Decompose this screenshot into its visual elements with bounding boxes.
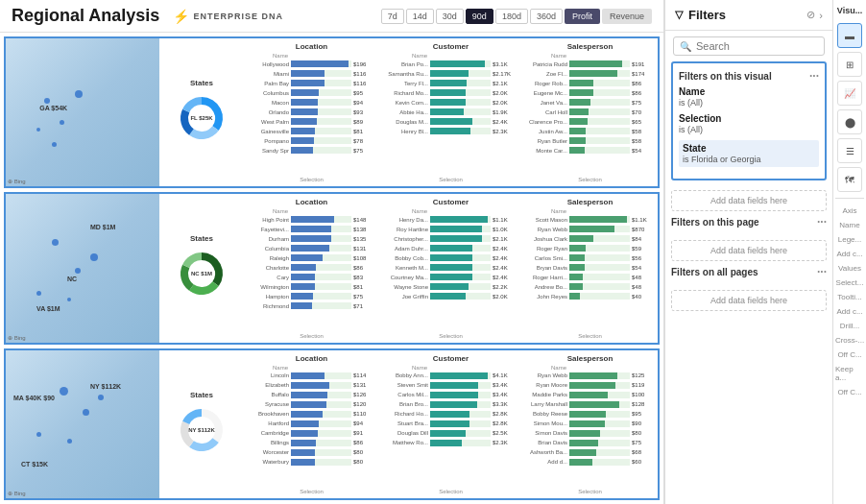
bar-cell-salesperson-row2[interactable]: SalespersonNameScott Mason$1.1KRyan Webb… [522, 194, 658, 342]
axis-name-label: Name [385, 208, 427, 214]
time-btn-7d[interactable]: 7d [381, 9, 404, 24]
filter-selection-item[interactable]: Selection is (All) [679, 113, 819, 134]
map-cell-row1[interactable]: GA $54K⊕ Bing [6, 38, 159, 186]
all-section-menu-icon[interactable]: ··· [817, 265, 827, 278]
visual-icon-bar-chart[interactable]: ▬ [837, 23, 862, 48]
axis-row: Name [524, 365, 656, 371]
add-data-fields-visual[interactable]: Add data fields here [671, 190, 827, 211]
bar-cell-customer-row2[interactable]: CustomerNameHenry Da...$1.1KRoy Hartline… [383, 194, 518, 342]
bar-value: $94 [353, 100, 377, 106]
bar-row-4: Brookhaven$110 [246, 410, 377, 419]
bar-fill [291, 216, 334, 223]
bar-value: $125 [632, 372, 656, 378]
bar-row-2: Buffalo$126 [246, 391, 377, 399]
selection-label: Selection [524, 333, 656, 339]
time-btn-180d[interactable]: 180d [495, 9, 528, 24]
bar-label: Wilmington [246, 284, 289, 290]
donut-cell-row2[interactable]: StatesNC $1M [163, 194, 240, 342]
values-label: Values [838, 264, 861, 273]
search-input[interactable] [696, 40, 818, 52]
report-area: Regional Analysis ⚡ ENTERPRISE DNA 7d 14… [0, 0, 664, 504]
bar-label: Ashworth Ba... [524, 449, 567, 455]
bar-track [430, 254, 491, 261]
axis-name-label: Name [524, 365, 566, 371]
divider [835, 198, 864, 199]
bar-row-0: Ryan Webb$125 [524, 372, 656, 380]
bar-cell-salesperson-row3[interactable]: SalespersonNameRyan Webb$125Ryan Moore$1… [522, 350, 658, 498]
visual-icon-map[interactable]: 🗺 [837, 167, 862, 192]
bar-value: $119 [632, 382, 656, 388]
map-dot [36, 291, 41, 296]
bar-label: Hollywood [246, 61, 289, 67]
revenue-button[interactable]: Revenue [602, 9, 652, 24]
bar-chart-container: Lincoln$114Elizabeth$131Buffalo$126Syrac… [246, 372, 377, 488]
clear-filter-icon[interactable]: ⊘ [806, 9, 815, 21]
donut-cell-row1[interactable]: StatesFL $25K [163, 38, 240, 186]
bar-cell-salesperson-row1[interactable]: SalespersonNamePatricia Rudd$191Zoe Fl..… [522, 38, 658, 186]
chart-title: Salesperson [524, 198, 656, 206]
svg-text:NC $1M: NC $1M [191, 271, 212, 276]
filter-state-item[interactable]: State is Florida or Georgia [679, 140, 819, 167]
visual-icon-line[interactable]: 📈 [837, 81, 862, 106]
section-menu-icon[interactable]: ··· [809, 69, 819, 83]
search-icon: 🔍 [680, 41, 691, 52]
bar-cell-customer-row3[interactable]: CustomerNameBobby Ann...$4.1KSteven Smit… [383, 350, 518, 498]
bar-track [430, 118, 491, 125]
bar-row-3: Columbus$95 [246, 88, 377, 97]
bar-value: $65 [632, 119, 656, 125]
bar-row-8: John Reyes$40 [524, 292, 656, 300]
filter-name-item[interactable]: Name is (All) [679, 86, 819, 108]
time-btn-360d[interactable]: 360d [530, 9, 563, 24]
map-label-0: MA $40K $90 [13, 395, 55, 401]
donut-cell-row3[interactable]: StatesNY $112K [163, 350, 240, 498]
expand-filter-icon[interactable]: › [819, 10, 823, 21]
bar-track [569, 392, 630, 398]
profit-button[interactable]: Profit [565, 9, 600, 24]
bar-row-0: Scott Mason$1.1K [524, 215, 656, 224]
bar-chart-container: Scott Mason$1.1KRyan Webb$870Joshua Clar… [524, 215, 656, 331]
visual-icon-pie[interactable]: ⬤ [837, 109, 862, 134]
bar-label: Macon [246, 100, 289, 106]
time-btn-90d[interactable]: 90d [466, 9, 493, 24]
bar-label: Bobby Cob... [385, 255, 428, 261]
bar-value: $2.4K [493, 119, 517, 125]
bar-cell-location-row1[interactable]: LocationNameHollywood$196Miami$116Palm B… [244, 38, 379, 186]
donut-segment-1 [189, 126, 219, 139]
bar-fill [569, 89, 593, 96]
selection-label: Selection [524, 489, 656, 494]
bar-cell-customer-row1[interactable]: CustomerNameBrian Po...$3.1KSamantha Ru.… [383, 38, 518, 186]
bar-label: Brookhaven [246, 411, 289, 417]
add-data-fields-page[interactable]: Add data fields here [671, 240, 827, 261]
bar-chart-container: Brian Po...$3.1KSamantha Ru...$2.17KTerr… [385, 60, 517, 176]
add-data-fields-all[interactable]: Add data fields here [671, 290, 827, 311]
bar-track [430, 293, 491, 300]
bar-fill [430, 430, 466, 437]
time-btn-30d[interactable]: 30d [436, 9, 464, 24]
bar-label: Richard Ho... [385, 411, 428, 417]
bar-chart-container: Ryan Webb$125Ryan Moore$119Maddie Parks$… [524, 372, 656, 488]
time-btn-14d[interactable]: 14d [406, 9, 434, 24]
chart-title: Location [246, 198, 377, 206]
bar-label: Douglas Dill [385, 430, 428, 436]
map-cell-row3[interactable]: MA $40K $90NY $112KCT $15K⊕ Bing [6, 350, 159, 498]
bar-label: Charlotte [246, 265, 289, 271]
bar-track [291, 226, 351, 232]
page-section-menu-icon[interactable]: ··· [817, 215, 827, 228]
bar-track [430, 392, 491, 398]
bar-value: $91 [353, 430, 377, 436]
bar-track [569, 70, 630, 77]
bar-row-0: Hollywood$196 [246, 60, 377, 68]
bar-row-7: Billings$86 [246, 439, 377, 447]
visual-icon-table[interactable]: ☰ [837, 138, 862, 163]
visual-icon-scatter[interactable]: ⊞ [837, 52, 862, 77]
bar-track [430, 264, 491, 271]
bar-row-4: Macon$94 [246, 98, 377, 107]
bar-value: $71 [353, 303, 377, 309]
donut-segment-0 [202, 252, 223, 286]
bar-value: $2.8K [493, 411, 517, 417]
bar-label: High Point [246, 217, 289, 223]
map-cell-row2[interactable]: MD $1MNCVA $1M⊕ Bing [6, 194, 159, 342]
bar-cell-location-row2[interactable]: LocationNameHigh Point$148Fayettevi...$1… [244, 194, 379, 342]
bar-value: $131 [353, 382, 377, 388]
bar-cell-location-row3[interactable]: LocationNameLincoln$114Elizabeth$131Buff… [244, 350, 379, 498]
